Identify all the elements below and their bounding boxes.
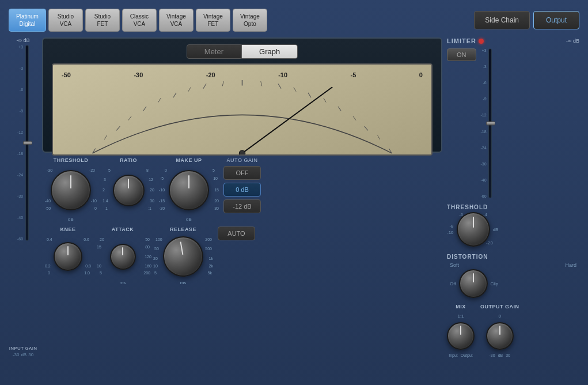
threshold-unit: dB [68,217,74,222]
ratio-s7: 1.4 [103,199,108,203]
tab-vintage-opto[interactable]: VintageOpto [233,9,267,32]
tab-vintage-vca[interactable]: VintageVCA [159,9,194,32]
ratio-s2: 8 [146,168,149,172]
rf-m9: -9 [481,97,487,101]
threshold-right-knob[interactable] [457,212,490,247]
thresh-left-scale: -8 -10 [447,224,454,235]
mix-knob[interactable] [447,322,475,350]
mu-s2: 5 [213,168,215,172]
limiter-label-group: LIMITER [447,37,484,44]
limiter-label: LIMITER [447,37,476,44]
auto-button[interactable]: AUTO [218,227,255,240]
dist-soft: Soft [450,262,459,268]
threshold-right-controls: -8 -10 -6 -4 -2 0 dB [447,213,579,246]
ratio-s4: 12 [149,178,153,182]
release-group: RELEASE 100 200 50 500 20 1k 10 2k 5 5k [154,227,212,285]
release-label: RELEASE [170,227,196,232]
limiter-db: -∞ dB [566,38,579,44]
rel-s7: 10 [153,264,158,268]
meter-tab-graph[interactable]: Graph [241,44,298,59]
dist-off: Off [450,281,456,286]
thresh-scale-tr: -20 [89,168,95,172]
svg-line-6 [278,84,281,88]
mu-s9: 20 [214,199,219,203]
thresh-db-label: dB [493,227,499,232]
rel-s2: 200 [205,237,212,241]
rf-t3: +3 [481,48,487,52]
input-gain-section: -∞ dB +3 -3 -6 -9 -12 -18 -24 -30 -40 -6… [9,37,37,357]
top-bar: PlatinumDigital StudioVCA StudioFET Clas… [9,9,579,32]
attack-label: ATTACK [112,227,134,232]
right-section: LIMITER -∞ dB ON +3 -3 -6 -9 -12 [447,37,579,357]
limiter-on-button[interactable]: ON [447,48,476,61]
auto-gain-label: AUTO GAIN [227,157,258,163]
tab-vintage-fet[interactable]: VintageFET [196,9,230,32]
output-gain-knob[interactable] [486,322,514,350]
tab-studio-vca[interactable]: StudioVCA [48,9,83,32]
svg-line-16 [261,81,262,86]
tab-platinum-digital[interactable]: PlatinumDigital [9,9,46,32]
right-fader[interactable] [488,48,492,198]
svg-line-21 [242,88,332,153]
tab-studio-fet[interactable]: StudioFET [85,9,120,32]
tick-m12: -12 [17,130,23,134]
meter-tab-meter[interactable]: Meter [187,44,241,59]
mu-s11: 30 [214,206,219,210]
ratio-s1: 5 [108,168,111,172]
knee-group: KNEE 0.4 0.6 0.2 0.8 0 1.0 [45,227,91,277]
threshold-knob[interactable] [51,170,91,210]
tick-m6: -6 [17,88,23,92]
tl-m8: -8 [447,224,454,229]
output-button[interactable]: Output [533,11,579,29]
main-center: Meter Graph -50 -30 -20 -10 -5 0 [42,37,442,357]
rel-s8: 2k [209,264,213,268]
dist-hard: Hard [565,262,576,268]
input-gain-fader[interactable] [25,45,29,241]
mu-s10: -20 [159,206,165,210]
distortion-knob[interactable] [459,269,488,298]
tr-s4: 0 [491,241,493,245]
auto-gain-off[interactable]: OFF [223,166,261,180]
rel-s4: 500 [205,247,212,251]
tab-classic-vca[interactable]: ClassicVCA [122,9,157,32]
rf-m30: -30 [481,162,487,166]
auto-gain-m12db[interactable]: -12 dB [223,199,261,213]
tick-m30: -30 [17,194,23,198]
thresh-scale-tl: -30 [47,168,52,172]
ratio-knob[interactable] [113,175,145,206]
release-knob[interactable] [160,233,206,280]
ratio-s6: 20 [150,188,154,192]
right-fader-thumb[interactable] [486,122,495,126]
knee-label: KNEE [60,227,75,232]
rf-m60: -60 [481,194,487,198]
knee-knob[interactable] [54,242,82,271]
top-knobs-row: THRESHOLD -30 -20 -40 -10 -50 0 dB RATIO [42,157,442,222]
release-unit: ms [180,280,187,285]
threshold-right-knob-wrapper: -6 -4 -2 0 [457,213,490,246]
svg-line-3 [173,93,176,97]
makeup-knob[interactable] [169,170,209,210]
tr-s3: -2 [486,241,490,245]
tick-m40: -40 [17,216,23,220]
attack-knob[interactable] [110,244,136,270]
input-gain-min: -30 [13,352,20,357]
output-gain-scale: 0 [499,314,501,319]
thresh-scale-br2: 0 [94,206,97,210]
mix-output-section: MIX 1:1 Input Output OUTPUT GAIN 0 -30 [447,304,579,357]
svg-line-9 [365,126,368,130]
ratio-s3: 3 [104,178,106,182]
tick-m3: -3 [17,66,23,70]
svg-line-15 [222,81,223,86]
attack-s7: 160 [145,264,151,268]
attack-s9: 200 [143,271,150,275]
distortion-section: DISTORTION Soft Hard Off Clip [447,254,579,298]
makeup-label: MAKE UP [176,157,202,163]
tick-3: +3 [17,45,23,49]
tick-m24: -24 [17,173,23,177]
content-area: -∞ dB +3 -3 -6 -9 -12 -18 -24 -30 -40 -6… [9,37,579,357]
auto-gain-0db[interactable]: 0 dB [223,183,261,197]
mix-scale-label: 1:1 [457,314,464,319]
attack-s5: 120 [145,255,151,259]
sidechain-button[interactable]: Side Chain [474,11,530,29]
knee-s6: 1.0 [84,271,90,275]
